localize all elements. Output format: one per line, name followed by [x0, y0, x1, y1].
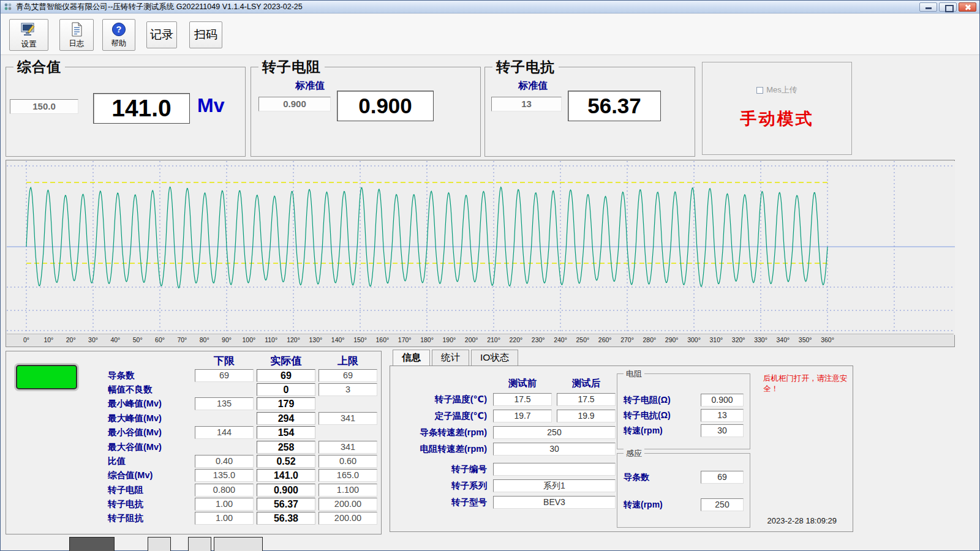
high-limit-field[interactable]: 1.100 [318, 484, 377, 497]
maximize-button[interactable] [939, 2, 957, 12]
close-button[interactable] [959, 2, 976, 12]
scan-button[interactable]: 扫码 [189, 21, 222, 48]
resistance-standard-field[interactable]: 0.900 [258, 97, 331, 111]
low-limit-field[interactable]: 0.40 [195, 455, 254, 468]
col-header-after-test: 测试后 [557, 377, 616, 390]
info-value-field[interactable] [493, 463, 616, 476]
low-limit-field[interactable]: 69 [195, 369, 254, 382]
info-value-field[interactable]: 系列1 [493, 479, 616, 492]
low-limit-field[interactable]: 1.00 [195, 512, 254, 525]
low-limit-field[interactable]: 144 [195, 426, 254, 439]
composite-panel-title: 综合值 [13, 58, 65, 77]
low-limit-field[interactable]: 135.0 [195, 469, 254, 482]
resistance-group-title: 电阻 [624, 369, 644, 380]
actual-value-field: 141.0 [257, 469, 315, 482]
result-row-label: 比值 [100, 455, 192, 467]
low-limit-field[interactable]: 1.00 [195, 498, 254, 511]
x-axis-tick: 70° [177, 336, 187, 343]
high-limit-field[interactable]: 200.00 [318, 498, 377, 511]
high-limit-field[interactable]: 69 [318, 369, 377, 382]
empty-cell [318, 426, 377, 439]
composite-unit-label: Mv [197, 94, 224, 117]
x-axis-tick: 310° [709, 336, 723, 343]
record-button[interactable]: 记录 [146, 21, 177, 48]
results-table: 下限 实际值 上限 导条数696969幅值不良数03最小峰值(Mv)135179… [100, 354, 378, 526]
mes-upload-label: Mes上传 [766, 84, 797, 96]
x-axis-tick: 330° [754, 336, 767, 343]
results-header-high: 上限 [318, 354, 378, 368]
group-value-field[interactable]: 0.900 [701, 394, 744, 407]
info-field-row: 转子温度(℃)17.517.5 [396, 393, 620, 406]
group-value-field[interactable]: 69 [701, 471, 744, 484]
group-field-row: 转速(rpm)250 [624, 498, 744, 511]
group-value-field[interactable]: 250 [701, 498, 744, 511]
help-question-icon: ? [111, 22, 126, 39]
group-field-row: 转子电阻(Ω)0.900 [624, 394, 744, 407]
window-title: 青岛艾普智能仪器有限公司--压铸转子测试系统 G202211049 V1.1.4… [16, 2, 303, 12]
info-tabbar: 信息统计IO状态 [393, 350, 520, 365]
x-axis-tick: 200° [465, 336, 478, 343]
x-axis-tick: 40° [110, 336, 120, 343]
info-field-label: 转子系列 [396, 480, 487, 492]
after-test-field[interactable]: 17.5 [557, 393, 616, 406]
high-limit-field[interactable]: 165.0 [318, 469, 377, 482]
x-axis-tick: 30° [88, 336, 98, 343]
high-limit-field[interactable]: 200.00 [318, 512, 377, 525]
group-field-row: 导条数69 [624, 471, 744, 484]
app-window: 青岛艾普智能仪器有限公司--压铸转子测试系统 G202211049 V1.1.4… [0, 0, 980, 551]
info-value-field[interactable]: 30 [493, 443, 616, 455]
composite-standard-field[interactable]: 150.0 [10, 99, 78, 114]
log-button[interactable]: 日志 [59, 19, 94, 51]
results-header-low: 下限 [194, 354, 254, 368]
group-value-field[interactable]: 30 [701, 424, 744, 437]
high-limit-field[interactable]: 341 [318, 441, 377, 454]
settings-button[interactable]: 设置 [9, 19, 48, 51]
reactance-standard-label: 标准值 [496, 80, 570, 92]
result-row-label: 综合值(Mv) [100, 470, 192, 481]
settings-monitor-edit-icon [21, 22, 37, 40]
x-axis-tick: 210° [487, 336, 500, 343]
before-test-field[interactable]: 17.5 [493, 393, 552, 406]
minimize-button[interactable] [919, 2, 937, 12]
resistance-value-display: 0.900 [337, 91, 434, 121]
high-limit-field[interactable]: 341 [318, 412, 377, 425]
actual-value-field: 0.900 [257, 484, 315, 497]
reactance-value-display: 56.37 [568, 91, 661, 121]
pass-status-light [16, 365, 77, 389]
taskbar-fragment [69, 537, 115, 551]
x-axis-tick: 100° [242, 336, 255, 343]
resistance-standard-label: 标准值 [273, 80, 347, 92]
help-button[interactable]: ? 帮助 [102, 19, 135, 51]
x-axis-tick: 20° [66, 336, 76, 343]
mes-upload-checkbox[interactable] [756, 87, 763, 94]
x-axis-tick: 180° [420, 336, 434, 343]
tab-io-status[interactable]: IO状态 [471, 350, 518, 365]
low-limit-field[interactable]: 0.800 [195, 484, 254, 497]
group-value-field[interactable]: 13 [701, 409, 744, 422]
low-limit-field[interactable]: 135 [195, 397, 254, 410]
high-limit-field[interactable]: 3 [318, 383, 377, 396]
actual-value-field: 0 [257, 383, 315, 396]
reactance-standard-field[interactable]: 13 [491, 97, 562, 111]
timestamp: 2023-2-28 18:09:29 [767, 516, 837, 525]
info-fields: 转子温度(℃)17.517.5定子温度(℃)19.719.9导条转速差(rpm)… [396, 393, 620, 512]
actual-value-field: 179 [257, 397, 315, 410]
x-axis-tick: 10° [43, 336, 53, 343]
actual-value-field: 56.37 [257, 498, 315, 511]
result-row-label: 最大谷值(Mv) [100, 441, 192, 453]
after-test-field[interactable]: 19.9 [557, 410, 616, 422]
info-field-label: 转子温度(℃) [396, 394, 487, 405]
info-value-field[interactable]: BEV3 [493, 496, 616, 509]
x-axis-tick: 110° [265, 336, 277, 343]
manual-mode-indicator: 手动模式 [703, 108, 851, 130]
tab-statistics[interactable]: 统计 [432, 350, 469, 365]
x-axis-tick: 360° [821, 336, 834, 343]
before-test-field[interactable]: 19.7 [493, 410, 552, 422]
actual-value-field: 154 [257, 426, 315, 439]
x-axis-tick: 300° [687, 336, 701, 343]
x-axis-tick: 230° [532, 336, 545, 343]
tab-info[interactable]: 信息 [393, 350, 430, 365]
high-limit-field[interactable]: 0.60 [318, 455, 377, 468]
mes-upload-row: Mes上传 [703, 84, 851, 96]
info-value-field[interactable]: 250 [493, 426, 616, 439]
